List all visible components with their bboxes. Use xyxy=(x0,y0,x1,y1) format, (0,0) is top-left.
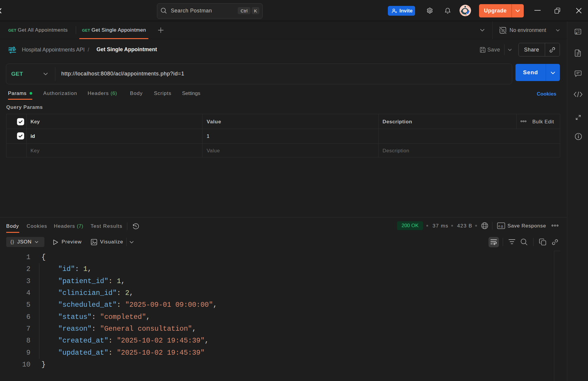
svg-text:HTTP: HTTP xyxy=(9,48,16,52)
svg-text:e.g.: e.g. xyxy=(498,224,504,228)
svg-text:x: x xyxy=(575,31,578,35)
